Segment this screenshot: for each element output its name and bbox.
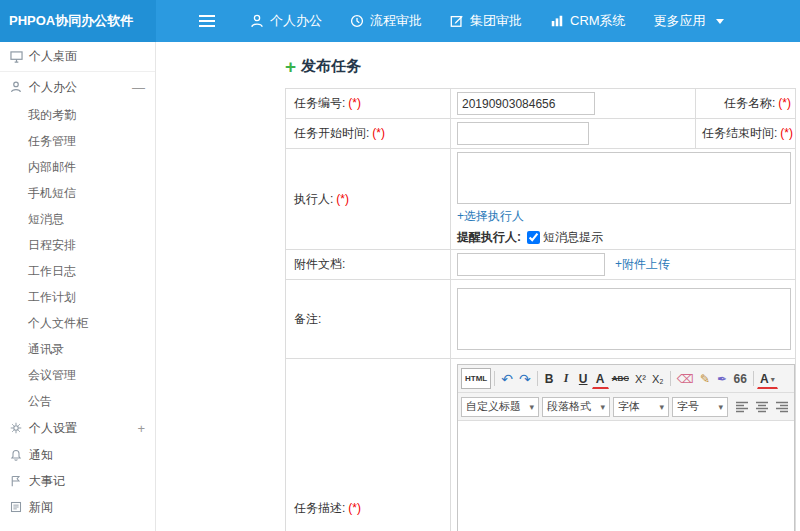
sidebar-item-schedule[interactable]: 日程安排 <box>0 232 155 258</box>
form-row-executor: 执行人:(*) +选择执行人 提醒执行人: 短消息提示 <box>286 149 796 250</box>
sidebar-group-personal-settings[interactable]: 个人设置 + <box>0 414 155 442</box>
custom-title-label: 自定义标题 <box>466 399 521 414</box>
bar-chart-icon <box>550 14 564 28</box>
start-time-field-cell <box>451 119 696 149</box>
font-size-select[interactable]: 字号 ▾ <box>672 397 728 417</box>
form-row-task-number: 任务编号:(*) 任务名称:(*) <box>286 89 796 119</box>
html-source-button[interactable]: HTML <box>461 368 491 389</box>
redo-button[interactable]: ↷ <box>516 368 534 389</box>
font-family-select[interactable]: 字体 ▾ <box>613 397 669 417</box>
user-icon <box>250 14 264 28</box>
required-mark: (*) <box>778 96 791 110</box>
menu-toggle-button[interactable] <box>192 0 222 42</box>
executor-label: 执行人: <box>294 192 333 206</box>
caret-down-icon: ▾ <box>600 402 605 412</box>
italic-button[interactable]: I <box>558 368 575 389</box>
sidebar-item-meeting-management[interactable]: 会议管理 <box>0 362 155 388</box>
main-content: + 发布任务 任务编号:(*) 任务名称:(*) 任务开始时间:(*) <box>156 42 800 531</box>
sidebar-item-work-log[interactable]: 工作日志 <box>0 258 155 284</box>
font-color-button[interactable]: A <box>592 370 609 389</box>
collapse-icon[interactable]: — <box>132 80 145 95</box>
description-label-cell: 任务描述:(*) <box>286 359 451 531</box>
highlight-color-button[interactable]: ✒ <box>714 368 731 389</box>
sidebar-item-file-cabinet[interactable]: 个人文件柜 <box>0 310 155 336</box>
sidebar-item-task-management[interactable]: 任务管理 <box>0 128 155 154</box>
editor-toolbar-row2: 自定义标题 ▾ 段落格式 ▾ 字体 ▾ 字号 ▾ <box>458 393 794 421</box>
align-right-icon <box>775 401 789 413</box>
app-logo[interactable]: PHPOA协同办公软件 <box>0 0 156 42</box>
task-number-field-cell <box>451 89 696 119</box>
expand-icon[interactable]: + <box>137 421 145 436</box>
start-time-input[interactable] <box>457 122 589 145</box>
nav-label: 集团审批 <box>470 12 522 30</box>
bold-button[interactable]: B <box>541 368 558 389</box>
align-center-button[interactable] <box>753 397 771 417</box>
sidebar-group-label: 个人办公 <box>29 79 77 96</box>
sms-remind-checkbox[interactable] <box>527 231 540 244</box>
form-row-attachment: 附件文档: +附件上传 <box>286 250 796 280</box>
add-icon: + <box>285 57 296 76</box>
top-navigation: 个人办公 流程审批 集团审批 CRM系统 更多应用 <box>236 0 738 42</box>
page-title: 发布任务 <box>301 57 361 76</box>
toolbar-divider <box>494 371 495 386</box>
sidebar-item-internal-mail[interactable]: 内部邮件 <box>0 154 155 180</box>
required-mark: (*) <box>348 501 361 515</box>
alignment-buttons <box>733 397 791 417</box>
sidebar-item-mobile-sms[interactable]: 手机短信 <box>0 180 155 206</box>
sidebar-item-announcement[interactable]: 公告 <box>0 388 155 414</box>
align-right-button[interactable] <box>773 397 791 417</box>
blockquote-button[interactable]: 66 <box>731 368 750 389</box>
nav-more-apps[interactable]: 更多应用 <box>640 0 738 42</box>
remark-textarea[interactable] <box>457 288 791 350</box>
attachment-label: 附件文档: <box>294 257 345 271</box>
end-time-label: 任务结束时间: <box>702 126 777 140</box>
nav-workflow-approval[interactable]: 流程审批 <box>336 0 436 42</box>
strikethrough-button[interactable]: ABC <box>609 368 632 389</box>
description-label: 任务描述: <box>294 501 345 515</box>
desktop-icon <box>10 51 23 63</box>
sidebar-item-notice[interactable]: 通知 <box>0 442 155 468</box>
attachment-upload-link[interactable]: +附件上传 <box>615 256 670 273</box>
remove-format-button[interactable]: ⌫ <box>674 368 697 389</box>
sidebar-item-news[interactable]: 新闻 <box>0 494 155 520</box>
nav-group-approval[interactable]: 集团审批 <box>436 0 536 42</box>
task-number-input[interactable] <box>457 92 595 115</box>
nav-personal-office[interactable]: 个人办公 <box>236 0 336 42</box>
format-brush-button[interactable]: ✎ <box>697 368 714 389</box>
sidebar-item-short-message[interactable]: 短消息 <box>0 206 155 232</box>
required-mark: (*) <box>372 126 385 140</box>
superscript-button[interactable]: X² <box>632 368 649 389</box>
sidebar-item-label: 新闻 <box>29 499 53 516</box>
attachment-input[interactable] <box>457 253 605 276</box>
text-color-dropdown-button[interactable]: A ▾ <box>757 370 778 389</box>
sidebar-item-contacts[interactable]: 通讯录 <box>0 336 155 362</box>
remark-field-cell <box>451 280 796 359</box>
executor-textarea[interactable] <box>457 152 791 204</box>
task-name-label-cell: 任务名称:(*) <box>696 89 796 119</box>
nav-label: 流程审批 <box>370 12 422 30</box>
paragraph-format-select[interactable]: 段落格式 ▾ <box>542 397 610 417</box>
align-left-icon <box>735 401 749 413</box>
required-mark: (*) <box>348 96 361 110</box>
align-left-button[interactable] <box>733 397 751 417</box>
nav-crm-system[interactable]: CRM系统 <box>536 0 640 42</box>
sidebar-item-attendance[interactable]: 我的考勤 <box>0 102 155 128</box>
select-executor-link[interactable]: +选择执行人 <box>457 208 524 225</box>
sidebar-item-memorabilia[interactable]: 大事记 <box>0 468 155 494</box>
sidebar-item-label: 个人桌面 <box>29 48 77 65</box>
nav-label: CRM系统 <box>570 12 626 30</box>
editor-content-area[interactable] <box>458 421 794 531</box>
sidebar-group-personal-office[interactable]: 个人办公 — <box>0 72 155 102</box>
underline-button[interactable]: U <box>575 368 592 389</box>
flag-icon <box>10 475 23 487</box>
form-row-description: 任务描述:(*) HTML ↶ ↷ B I U A ABC X² <box>286 359 796 531</box>
sidebar-item-desktop[interactable]: 个人桌面 <box>0 42 155 72</box>
subscript-button[interactable]: X₂ <box>649 368 667 389</box>
task-name-label: 任务名称: <box>724 96 775 110</box>
start-time-label-cell: 任务开始时间:(*) <box>286 119 451 149</box>
bell-icon <box>10 449 23 461</box>
undo-button[interactable]: ↶ <box>498 368 516 389</box>
sidebar-item-work-plan[interactable]: 工作计划 <box>0 284 155 310</box>
rich-text-editor: HTML ↶ ↷ B I U A ABC X² X₂ ⌫ <box>457 364 795 531</box>
custom-title-select[interactable]: 自定义标题 ▾ <box>461 397 539 417</box>
